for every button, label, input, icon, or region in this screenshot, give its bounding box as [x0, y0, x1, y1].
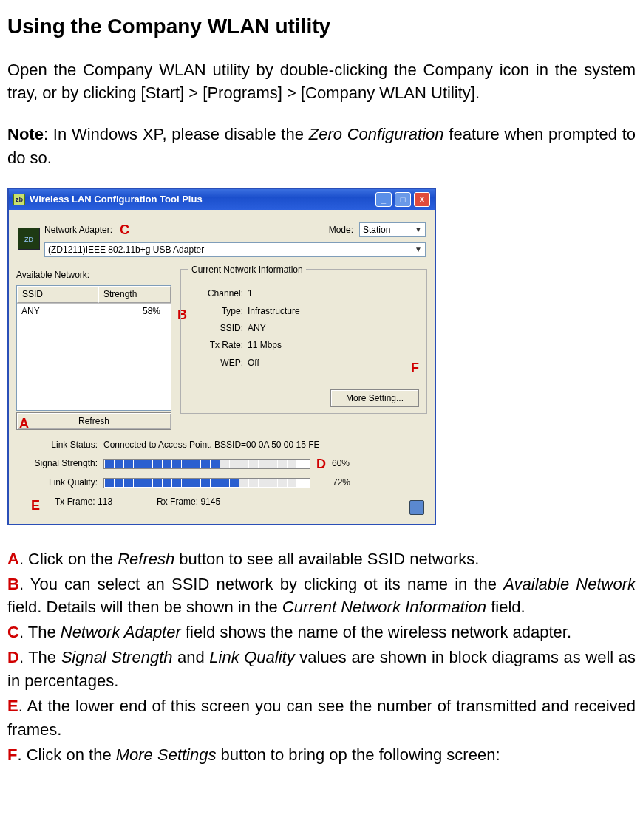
tray-icon: [409, 500, 424, 515]
txrate-value: 11 Mbps: [248, 339, 282, 352]
mode-value: Station: [363, 224, 390, 236]
intro-paragraph: Open the Company WLAN utility by double-…: [7, 58, 636, 106]
app-icon: zb: [13, 194, 25, 205]
adapter-value: (ZD1211)IEEE 802.11b+g USB Adapter: [48, 244, 204, 256]
tx-frame-value: 113: [98, 496, 112, 507]
annot-e: E: [31, 496, 40, 515]
callout-b-label: B: [7, 575, 19, 593]
channel-value: 1: [248, 287, 253, 300]
ssid-value: ANY: [248, 322, 266, 335]
col-ssid[interactable]: SSID: [17, 286, 98, 303]
callout-c-label: C: [7, 623, 19, 641]
callout-list: A. Click on the Refresh button to see al…: [7, 547, 636, 767]
adapter-select[interactable]: (ZD1211)IEEE 802.11b+g USB Adapter ▼: [44, 242, 426, 257]
channel-label: Channel:: [188, 287, 248, 300]
link-status-value: Connected to Access Point. BSSID=00 0A 5…: [103, 439, 320, 451]
mode-select[interactable]: Station ▼: [359, 222, 426, 237]
chevron-down-icon: ▼: [415, 245, 422, 256]
callout-e-label: E: [7, 697, 18, 715]
tx-frame-label: Tx Frame:: [55, 496, 95, 507]
annot-a: A: [19, 414, 29, 433]
annot-c: C: [120, 220, 129, 239]
link-quality-pct: 72%: [333, 477, 362, 489]
page-title: Using the Company WLAN utility: [7, 12, 636, 42]
titlebar: zb Wireless LAN Configuration Tool Plus …: [9, 189, 435, 210]
type-value: Infrastructure: [248, 305, 300, 318]
current-network-info: Current Network Information Channel:1 Ty…: [180, 269, 427, 414]
col-strength[interactable]: Strength: [98, 286, 171, 303]
list-ssid: ANY: [21, 305, 103, 318]
signal-strength-pct: 60%: [332, 457, 361, 470]
ssid-label: SSID:: [188, 322, 248, 335]
maximize-button[interactable]: □: [395, 192, 411, 207]
main-panel: ZD Network Adapter: C Mode: Station ▼ (Z…: [9, 210, 435, 523]
curinfo-legend: Current Network Information: [188, 264, 306, 276]
callout-f-label: F: [7, 745, 17, 764]
wep-label: WEP:: [188, 357, 248, 369]
txrate-label: Tx Rate:: [188, 339, 248, 352]
callout-a-label: A: [7, 550, 19, 568]
note-paragraph: Note: In Windows XP, please disable the …: [7, 123, 636, 170]
note-text-before: : In Windows XP, please disable the: [44, 125, 309, 143]
rx-frame-value: 9145: [200, 496, 220, 507]
list-item[interactable]: ANY 58%: [17, 304, 171, 319]
app-window: zb Wireless LAN Configuration Tool Plus …: [7, 188, 436, 525]
annot-f: F: [411, 358, 419, 378]
minimize-button[interactable]: _: [375, 192, 392, 207]
callout-d-label: D: [7, 648, 19, 666]
link-quality-bar: [103, 478, 310, 488]
close-button[interactable]: X: [414, 192, 430, 207]
device-icon: ZD: [18, 228, 40, 250]
list-strength: 58%: [103, 305, 166, 318]
network-adapter-label: Network Adapter:: [44, 224, 112, 236]
window-title: Wireless LAN Configuration Tool Plus: [30, 193, 375, 207]
signal-strength-label: Signal Strength:: [16, 457, 98, 470]
signal-strength-bar: [103, 459, 310, 469]
rx-frame-label: Rx Frame:: [157, 496, 198, 507]
type-label: Type:: [188, 305, 248, 318]
available-network-label: Available Network:: [16, 269, 171, 281]
wep-value: Off: [248, 357, 259, 369]
available-network-list[interactable]: SSID Strength ANY 58% B: [16, 285, 171, 411]
annot-d: D: [316, 454, 326, 474]
more-setting-button[interactable]: More Setting...: [330, 389, 419, 407]
note-italic: Zero Configuration: [309, 125, 444, 143]
note-label: Note: [7, 125, 44, 143]
mode-label: Mode:: [329, 224, 353, 236]
link-quality-label: Link Quality:: [16, 477, 98, 489]
refresh-button[interactable]: Refresh: [16, 412, 171, 430]
chevron-down-icon: ▼: [415, 225, 422, 236]
link-status-label: Link Status:: [16, 439, 98, 451]
